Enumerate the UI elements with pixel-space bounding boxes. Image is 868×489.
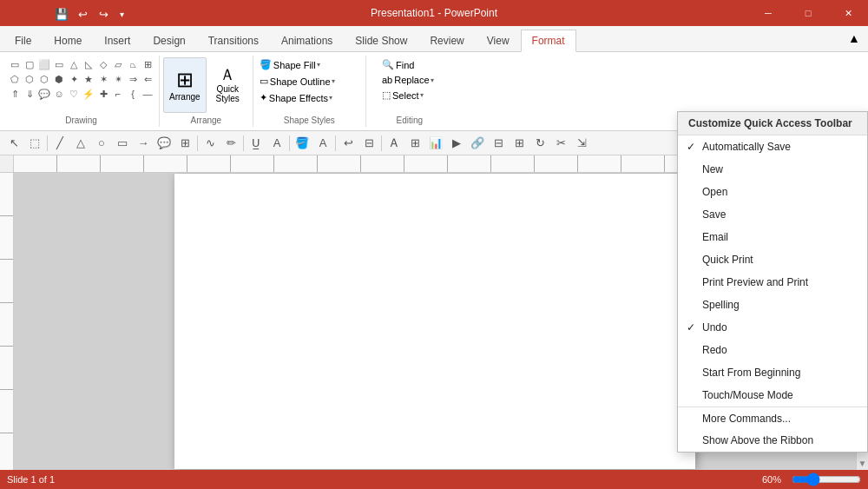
shape-snip-rect[interactable]: ⬜ [37, 57, 51, 71]
shape-pill[interactable]: ▭ [52, 57, 66, 71]
tab-review[interactable]: Review [418, 29, 475, 51]
tab-slideshow[interactable]: Slide Show [344, 29, 418, 51]
menu-item-touch-mouse[interactable]: Touch/Mouse Mode [678, 384, 867, 406]
shape-star4[interactable]: ✦ [67, 72, 81, 86]
tool-table[interactable]: ⊞ [404, 133, 425, 154]
shape-bracket[interactable]: ⌐ [111, 87, 125, 101]
menu-item-save[interactable]: Save [678, 203, 867, 226]
shape-outline-arrow[interactable]: ▾ [332, 77, 335, 85]
shape-rect[interactable]: ▭ [8, 57, 22, 71]
shape-fill-button[interactable]: 🪣 Shape Fill ▾ [257, 57, 323, 72]
tool-group[interactable]: ⊞ [509, 133, 529, 154]
tool-rect[interactable]: ▭ [112, 133, 133, 154]
shape-more[interactable]: ⊞ [141, 57, 155, 71]
tab-file[interactable]: File [3, 29, 43, 51]
scroll-down[interactable]: ▼ [857, 457, 868, 470]
redo-button[interactable]: ↪ [94, 4, 113, 23]
tab-animations[interactable]: Animations [270, 29, 344, 51]
shape-fill-arrow[interactable]: ▾ [317, 61, 320, 69]
replace-button[interactable]: ab Replace ▾ [379, 73, 437, 87]
tool-chart[interactable]: 📊 [425, 133, 446, 154]
zoom-slider[interactable] [792, 472, 861, 486]
shape-arrow-left[interactable]: ⇐ [141, 72, 155, 86]
tool-cursor[interactable]: ↖ [3, 133, 24, 154]
menu-item-autosave[interactable]: Automatically Save [678, 135, 867, 158]
shape-parallelogram[interactable]: ▱ [111, 57, 125, 71]
close-button[interactable]: ✕ [828, 0, 868, 26]
tab-transitions[interactable]: Transitions [197, 29, 270, 51]
tool-color[interactable]: A [312, 133, 333, 154]
tool-underline[interactable]: U̲ [246, 133, 266, 154]
tool-format[interactable]: ⊟ [358, 133, 379, 154]
qat-expand-button[interactable]: ▾ [115, 4, 128, 23]
menu-item-undo[interactable]: Undo [678, 316, 867, 339]
tool-undo2[interactable]: ↩ [338, 133, 358, 154]
autosave-toggle[interactable]: 💾 [52, 4, 71, 23]
shape-callout[interactable]: 💬 [37, 87, 51, 101]
shape-arrow-up[interactable]: ⇑ [8, 87, 22, 101]
menu-item-email[interactable]: Email [678, 226, 867, 248]
shape-rounded-rect[interactable]: ▢ [23, 57, 36, 71]
tool-curve[interactable]: ∿ [200, 133, 220, 154]
shape-triangle[interactable]: △ [67, 57, 81, 71]
tool-link[interactable]: 🔗 [467, 133, 488, 154]
tab-format[interactable]: Format [521, 30, 576, 52]
tool-rotate[interactable]: ↻ [529, 133, 550, 154]
menu-item-more-commands[interactable]: More Commands... [678, 406, 867, 429]
minimize-button[interactable]: ─ [748, 0, 788, 26]
shape-heptagon[interactable]: ⬡ [37, 72, 51, 86]
tool-circle[interactable]: ○ [91, 133, 112, 154]
tool-align[interactable]: ⊟ [488, 133, 509, 154]
shape-arrow-down[interactable]: ⇓ [23, 87, 36, 101]
tool-triangle[interactable]: △ [70, 133, 91, 154]
menu-item-start-from-beginning[interactable]: Start From Beginning [678, 361, 867, 384]
shape-lightning[interactable]: ⚡ [82, 87, 95, 101]
tool-media[interactable]: ▶ [446, 133, 467, 154]
tab-home[interactable]: Home [43, 29, 93, 51]
replace-arrow[interactable]: ▾ [431, 76, 434, 84]
menu-item-show-above-ribbon[interactable]: Show Above the Ribbon [678, 429, 867, 452]
menu-item-open[interactable]: Open [678, 181, 867, 203]
tool-line[interactable]: ╱ [49, 133, 70, 154]
menu-item-new[interactable]: New [678, 158, 867, 181]
shape-heart[interactable]: ♡ [67, 87, 81, 101]
tool-highlight[interactable]: A [266, 133, 287, 154]
tool-size[interactable]: ⇲ [571, 133, 592, 154]
menu-item-spelling[interactable]: Spelling [678, 294, 867, 316]
shape-star8[interactable]: ✴ [111, 72, 125, 86]
tool-arrow-right[interactable]: → [133, 133, 154, 154]
menu-item-redo[interactable]: Redo [678, 339, 867, 361]
shape-smiley[interactable]: ☺ [52, 87, 66, 101]
tool-pen[interactable]: ✏ [220, 133, 241, 154]
shape-star5[interactable]: ★ [82, 72, 95, 86]
find-button[interactable]: 🔍 Find [379, 57, 437, 72]
shape-cross[interactable]: ✚ [96, 87, 110, 101]
tool-shapes[interactable]: ⊞ [174, 133, 195, 154]
tool-callout[interactable]: 💬 [154, 133, 174, 154]
arrange-button[interactable]: ⊞ Arrange [163, 57, 207, 113]
tool-text[interactable]: Ꭺ [384, 133, 404, 154]
menu-item-quick-print[interactable]: Quick Print [678, 248, 867, 271]
tool-fill[interactable]: 🪣 [292, 133, 312, 154]
tab-insert[interactable]: Insert [93, 29, 141, 51]
ribbon-collapse-button[interactable]: ▲ [840, 27, 868, 50]
shape-arrow-right[interactable]: ⇒ [126, 72, 140, 86]
tab-view[interactable]: View [476, 29, 521, 51]
shape-diamond[interactable]: ◇ [96, 57, 110, 71]
tool-select-rect[interactable]: ⬚ [24, 133, 45, 154]
shape-outline-button[interactable]: ▭ Shape Outline ▾ [257, 74, 338, 89]
shape-rtriangle[interactable]: ◺ [82, 57, 95, 71]
tab-design[interactable]: Design [141, 29, 196, 51]
maximize-button[interactable]: □ [788, 0, 828, 26]
select-arrow[interactable]: ▾ [420, 91, 424, 99]
menu-item-print-preview[interactable]: Print Preview and Print [678, 271, 867, 294]
select-button[interactable]: ⬚ Select ▾ [379, 88, 437, 102]
shape-effects-button[interactable]: ✦ Shape Effects ▾ [257, 90, 335, 105]
quick-styles-button[interactable]: Ａ QuickStyles [210, 57, 246, 113]
shape-pentagon[interactable]: ⬠ [8, 72, 22, 86]
shape-line[interactable]: — [141, 87, 155, 101]
shape-hexagon[interactable]: ⬡ [23, 72, 36, 86]
shape-effects-arrow[interactable]: ▾ [329, 94, 332, 102]
shape-trapezoid[interactable]: ⏢ [126, 57, 140, 71]
shape-brace[interactable]: { [126, 87, 140, 101]
